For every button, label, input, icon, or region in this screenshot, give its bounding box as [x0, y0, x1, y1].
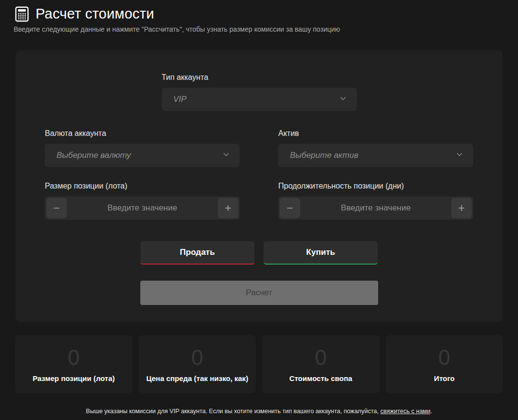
- position-size-label: Размер позиции (лота): [45, 182, 240, 191]
- account-type-select[interactable]: VIP: [162, 88, 357, 111]
- buy-button[interactable]: Купить: [264, 241, 378, 265]
- chevron-down-icon: [456, 151, 463, 160]
- position-size-increment-button[interactable]: +: [218, 198, 238, 218]
- asset-label: Актив: [278, 129, 473, 138]
- account-type-label: Тип аккаунта: [162, 73, 357, 82]
- result-card-spread-price: 0 Цена спреда (так низко, как): [139, 335, 256, 393]
- footer-text: Выше указаны комиссии для VIP аккаунта. …: [86, 408, 380, 415]
- position-duration-increment-button[interactable]: +: [451, 198, 472, 218]
- account-currency-select[interactable]: Выберите валюту: [45, 144, 240, 167]
- footer-text-end: .: [430, 408, 432, 415]
- position-duration-decrement-button[interactable]: −: [280, 198, 300, 218]
- result-label: Итого: [434, 374, 455, 382]
- position-size-input[interactable]: [67, 203, 218, 213]
- chevron-down-icon: [222, 151, 230, 160]
- page-title: Расчет стоимости: [36, 6, 154, 22]
- result-value: 0: [439, 347, 450, 368]
- result-card-swap-cost: 0 Стоимость свопа: [262, 335, 380, 393]
- result-value: 0: [192, 347, 203, 368]
- calculator-form-card: Тип аккаунта VIP Валюта аккаунта Выберит…: [16, 50, 502, 322]
- result-card-position-size: 0 Размер позиции (лота): [15, 335, 133, 393]
- position-duration-input[interactable]: [300, 203, 451, 213]
- result-label: Стоимость свопа: [289, 374, 352, 382]
- page-subtitle: Введите следующие данные и нажмите "Расс…: [14, 25, 518, 33]
- account-currency-label: Валюта аккаунта: [45, 129, 240, 138]
- asset-select[interactable]: Выберите актив: [278, 144, 473, 167]
- result-label: Цена спреда (так низко, как): [146, 374, 248, 382]
- result-label: Размер позиции (лота): [33, 374, 115, 382]
- position-size-stepper: − +: [45, 196, 240, 220]
- result-value: 0: [68, 347, 79, 368]
- account-type-value: VIP: [173, 95, 187, 104]
- asset-placeholder: Выберите актив: [290, 151, 358, 160]
- calculator-icon: [14, 6, 30, 22]
- account-currency-placeholder: Выберите валюту: [57, 151, 131, 160]
- result-value: 0: [315, 347, 326, 368]
- position-duration-stepper: − +: [278, 196, 473, 220]
- sell-button[interactable]: Продать: [140, 241, 254, 265]
- calculate-button[interactable]: Расчет: [140, 281, 378, 305]
- footer-note: Выше указаны комиссии для VIP аккаунта. …: [0, 408, 518, 415]
- position-size-decrement-button[interactable]: −: [46, 198, 67, 218]
- results-row: 0 Размер позиции (лота) 0 Цена спреда (т…: [15, 335, 503, 393]
- position-duration-label: Продолжительность позиции (дни): [278, 182, 473, 191]
- chevron-down-icon: [339, 95, 347, 104]
- contact-us-link[interactable]: свяжитесь с нами: [380, 408, 430, 415]
- page-header: Расчет стоимости Введите следующие данны…: [0, 0, 518, 33]
- result-card-total: 0 Итого: [386, 335, 503, 393]
